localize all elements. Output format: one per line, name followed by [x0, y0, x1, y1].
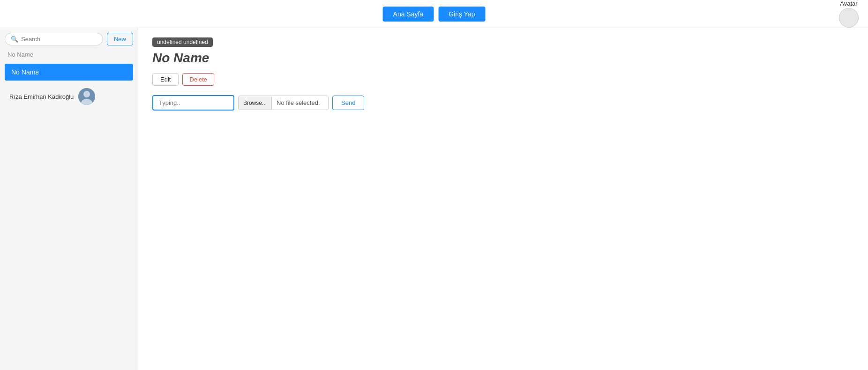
sidebar-item-no-name[interactable]: No Name: [5, 64, 133, 81]
send-button[interactable]: Send: [332, 96, 364, 110]
sidebar-item-user[interactable]: Rıza Emirhan Kadiroğlu: [5, 84, 133, 109]
action-buttons: Edit Delete: [152, 73, 854, 86]
typing-input[interactable]: [152, 95, 234, 111]
avatar-label: Avatar: [840, 0, 857, 7]
header: Ana Sayfa Giriş Yap Avatar: [0, 0, 868, 28]
svg-point-1: [83, 91, 90, 97]
avatar-area: Avatar: [839, 0, 859, 28]
sidebar: 🔍 New No Name No Name Rıza Emirhan Kadir…: [0, 28, 138, 370]
main-content: undefined undefined No Name Edit Delete …: [138, 28, 868, 370]
breadcrumb: undefined undefined: [152, 37, 213, 47]
delete-button[interactable]: Delete: [182, 73, 214, 86]
main-layout: 🔍 New No Name No Name Rıza Emirhan Kadir…: [0, 28, 868, 370]
search-icon: 🔍: [11, 36, 18, 43]
avatar: [839, 8, 859, 28]
browse-button[interactable]: Browse...: [239, 96, 272, 110]
header-nav: Ana Sayfa Giriş Yap: [383, 7, 486, 22]
sidebar-no-name-label: No Name: [5, 49, 133, 60]
giris-yap-button[interactable]: Giriş Yap: [438, 7, 485, 22]
sidebar-user-name: Rıza Emirhan Kadiroğlu: [9, 93, 74, 100]
file-status: No file selected.: [272, 96, 328, 110]
sidebar-top: 🔍 New: [5, 33, 133, 45]
search-wrapper: 🔍: [5, 33, 103, 45]
search-input[interactable]: [21, 36, 97, 43]
message-area: Browse... No file selected. Send: [152, 95, 854, 111]
ana-sayfa-button[interactable]: Ana Sayfa: [383, 7, 434, 22]
edit-button[interactable]: Edit: [152, 73, 179, 86]
user-avatar: [78, 88, 95, 105]
new-button[interactable]: New: [107, 33, 133, 45]
page-title: No Name: [152, 51, 854, 66]
file-input-wrapper: Browse... No file selected.: [238, 96, 329, 110]
